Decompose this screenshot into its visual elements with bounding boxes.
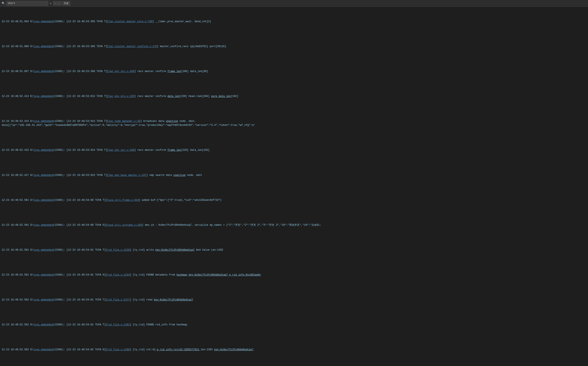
list-item: 12-23 16:48:52.414 D/tuya_embedded(13366… [2, 119, 586, 127]
list-item: 12-23 16:48:51.866 D/tuya_embedded(13366… [2, 45, 586, 49]
search-icon: 🔍 [2, 2, 5, 5]
list-item: 12-23 16:48:52.582 D/tuya_embedded(13366… [2, 298, 586, 302]
prev-button[interactable]: ‹ [53, 1, 57, 5]
next-button[interactable]: › [57, 1, 61, 5]
list-item: 12-23 16:48:51.864 D/tuya_embedded(13366… [2, 20, 586, 24]
finish-button[interactable]: 完成 [62, 1, 70, 5]
list-item: 12-23 16:48:52.581 D/tuya_embedded(13366… [2, 223, 586, 227]
search-input[interactable] [6, 1, 48, 6]
nav-buttons: ‹ › [53, 1, 61, 5]
toolbar: 🔍 × ‹ › 完成 [0, 0, 588, 7]
list-item: 12-23 16:48:52.417 D/tuya_embedded(13366… [2, 173, 586, 177]
list-item: 12-23 16:48:52.581 D/tuya_embedded(13366… [2, 273, 586, 277]
list-item: 12-23 16:48:51.867 D/tuya_embedded(13366… [2, 69, 586, 74]
list-item: 12-23 16:48:52.413 D/tuya_embedded(13366… [2, 94, 586, 99]
log-container: 12-23 16:48:51.864 D/tuya_embedded(13366… [0, 7, 588, 366]
list-item: 12-23 16:48:52.582 D/tuya_embedded(13366… [2, 348, 586, 352]
list-item: 12-23 16:48:52.582 D/tuya_embedded(13366… [2, 323, 586, 327]
clear-button[interactable]: × [49, 2, 52, 5]
list-item: 12-23 16:48:52.415 D/tuya_embedded(13366… [2, 148, 586, 152]
list-item: 12-23 16:48:52.581 D/tuya_embedded(13366… [2, 198, 586, 202]
list-item: 12-23 16:48:52.581 D/tuya_embedded(13366… [2, 248, 586, 252]
